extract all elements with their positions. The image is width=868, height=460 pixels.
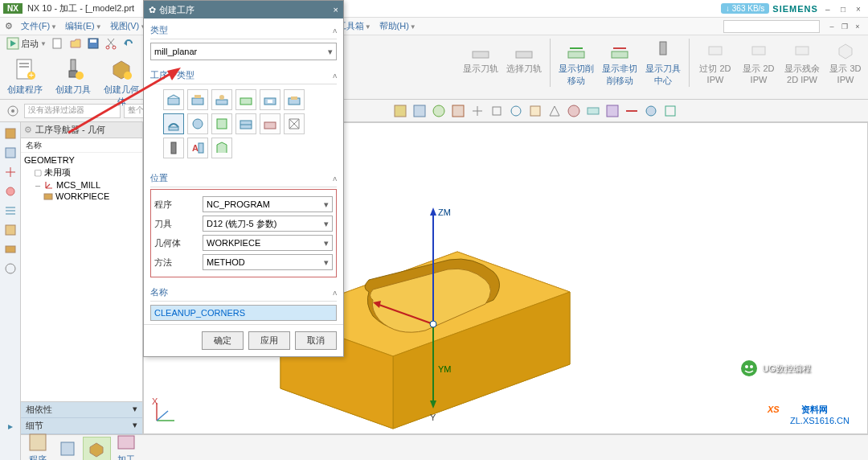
subtype-3[interactable] xyxy=(211,89,232,110)
tab-geometry[interactable]: 几何视图 xyxy=(83,437,111,461)
method-dropdown[interactable]: METHOD▾ xyxy=(203,254,333,270)
tab-program-order[interactable]: 程序顺序视图 xyxy=(24,431,51,460)
tbico-15[interactable] xyxy=(662,103,678,119)
section-position[interactable]: 位置ʌ xyxy=(150,170,337,187)
subtype-7[interactable] xyxy=(163,113,184,134)
tbico-2[interactable] xyxy=(411,103,428,119)
subtype-1[interactable] xyxy=(163,89,184,110)
create-program-button[interactable]: + 创建程序 xyxy=(5,56,45,96)
menu-gear-icon[interactable]: ⚙ xyxy=(5,21,13,31)
tab-method[interactable]: 加工方法视图 xyxy=(113,431,140,460)
maximize-button[interactable]: □ xyxy=(837,5,850,14)
sidebar-icon-7[interactable] xyxy=(2,241,18,257)
subtype-8[interactable] xyxy=(187,113,208,134)
apply-button[interactable]: 应用 xyxy=(248,331,290,350)
show-noncut-button[interactable]: 显示非切削移动 xyxy=(600,39,639,87)
nav-dependency-section[interactable]: 相依性▾ xyxy=(21,402,142,418)
program-dropdown[interactable]: NC_PROGRAM▾ xyxy=(203,196,333,212)
tbico-1[interactable] xyxy=(392,103,408,119)
select-toolpath-button[interactable]: 选择刀轨 xyxy=(505,39,543,75)
subtype-6[interactable] xyxy=(284,89,305,110)
tbico-13[interactable] xyxy=(624,103,640,119)
start-button[interactable]: 启动▼ xyxy=(6,37,47,50)
show-toolpath-button[interactable]: 显示刀轨 xyxy=(461,39,500,75)
subtype-5[interactable] xyxy=(260,89,280,110)
overcut-2d-button[interactable]: 过切 2D IPW xyxy=(696,39,735,84)
dialog-close-button[interactable]: × xyxy=(334,5,338,14)
sidebar-toggle-icon[interactable]: ▸ xyxy=(2,418,18,434)
tbico-3[interactable] xyxy=(431,103,447,119)
subtype-2[interactable] xyxy=(187,89,208,110)
svg-point-26 xyxy=(11,109,14,113)
view-axis-widget[interactable]: X xyxy=(149,396,181,429)
tree-mcs[interactable]: –MCS_MILL xyxy=(24,179,139,191)
cut-icon[interactable] xyxy=(104,37,117,50)
tree-unused[interactable]: ▢未用项 xyxy=(24,166,139,179)
sidebar-icon-5[interactable] xyxy=(2,203,18,219)
subtype-10[interactable] xyxy=(235,113,256,134)
operation-name-input[interactable] xyxy=(150,305,337,321)
geometry-dropdown[interactable]: WORKPIECE▾ xyxy=(203,235,333,251)
tbico-5[interactable] xyxy=(469,103,485,119)
tbico-7[interactable] xyxy=(508,103,524,119)
dialog-titlebar[interactable]: ✿ 创建工序 × xyxy=(144,1,343,18)
create-geometry-button[interactable]: 创建几何体 xyxy=(101,56,141,108)
tbico-10[interactable] xyxy=(566,103,582,119)
tbico-12[interactable] xyxy=(604,103,620,119)
show-3d-ipw-button[interactable]: 显示 3D IPW xyxy=(826,39,865,84)
subtype-13[interactable] xyxy=(163,138,184,158)
close-button[interactable]: × xyxy=(852,5,865,14)
svg-rect-70 xyxy=(192,98,203,105)
tbico-11[interactable] xyxy=(585,103,601,119)
sidebar-icon-2[interactable] xyxy=(2,145,18,161)
new-icon[interactable] xyxy=(51,37,64,50)
tree-workpiece[interactable]: WORKPIECE xyxy=(24,191,139,202)
cancel-button[interactable]: 取消 xyxy=(295,331,337,350)
menu-search[interactable] xyxy=(723,20,820,33)
type-dropdown[interactable]: mill_planar▾ xyxy=(150,43,337,60)
tbico-6[interactable] xyxy=(489,103,505,119)
subtype-9[interactable] xyxy=(211,113,232,134)
tree-geometry[interactable]: GEOMETRY xyxy=(24,154,139,166)
menu-file[interactable]: 文件(F)▼ xyxy=(18,19,60,33)
tbico-14[interactable] xyxy=(643,103,659,119)
show-2d-ipw-button[interactable]: 显示 2D IPW xyxy=(739,39,778,84)
tab-machine[interactable]: 机床视图 xyxy=(53,437,80,461)
doc-minimize[interactable]: – xyxy=(826,23,837,31)
sidebar-icon-4[interactable] xyxy=(2,183,18,199)
ok-button[interactable]: 确定 xyxy=(202,331,244,350)
sidebar-nav-icon[interactable] xyxy=(2,125,18,142)
subtype-12[interactable] xyxy=(284,113,305,134)
save-icon[interactable] xyxy=(87,37,100,50)
doc-restore[interactable]: ❐ xyxy=(839,23,850,31)
tbico-8[interactable] xyxy=(527,103,543,119)
menu-help[interactable]: 帮助(H)▼ xyxy=(376,19,420,33)
menu-edit[interactable]: 编辑(E)▼ xyxy=(62,19,105,33)
section-type[interactable]: 类型ʌ xyxy=(150,22,337,39)
subtype-14[interactable]: A xyxy=(187,138,208,158)
tool-dropdown[interactable]: D12 (铣刀-5 参数)▾ xyxy=(203,216,333,232)
section-name[interactable]: 名称ʌ xyxy=(150,284,337,302)
subtype-4[interactable] xyxy=(235,89,256,110)
nav-gear-icon[interactable]: ⚙ xyxy=(24,125,32,135)
subtype-11[interactable] xyxy=(260,113,280,134)
section-subtype[interactable]: 工序子类型ʌ xyxy=(150,67,337,84)
tbico-9[interactable] xyxy=(547,103,563,119)
show-residual-2d-button[interactable]: 显示残余 2D IPW xyxy=(783,39,821,84)
create-tool-button[interactable]: 创建刀具 xyxy=(53,56,93,96)
sidebar-icon-3[interactable] xyxy=(2,164,18,180)
sidebar-icon-6[interactable] xyxy=(2,222,18,238)
svg-rect-36 xyxy=(607,105,618,117)
show-toolcenter-button[interactable]: 显示刀具中心 xyxy=(644,39,682,87)
undo-icon[interactable] xyxy=(122,37,135,50)
title-bar: NX NX 10 - 加工 - [_model2.prt ↓ 363 KB/s … xyxy=(0,0,868,18)
open-icon[interactable] xyxy=(69,37,82,50)
show-cut-button[interactable]: 显示切削移动 xyxy=(557,39,596,87)
minimize-button[interactable]: – xyxy=(821,5,834,14)
doc-close[interactable]: × xyxy=(852,23,863,31)
cog-icon[interactable] xyxy=(5,103,21,119)
sidebar-icon-8[interactable] xyxy=(2,261,18,277)
tbico-4[interactable] xyxy=(450,103,466,119)
nav-tree[interactable]: GEOMETRY ▢未用项 –MCS_MILL WORKPIECE xyxy=(21,153,142,401)
subtype-15[interactable] xyxy=(211,138,232,158)
